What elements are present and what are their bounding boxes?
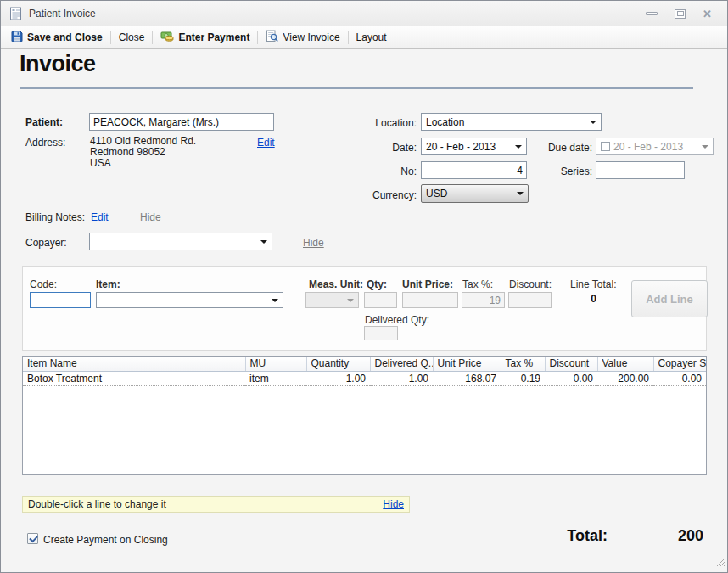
save-and-close-button[interactable]: Save and Close <box>4 28 109 47</box>
due-date-label: Due date: <box>533 142 592 154</box>
copayer-dropdown[interactable] <box>89 233 272 250</box>
patient-input[interactable] <box>89 113 274 131</box>
form-icon <box>9 7 22 20</box>
chevron-down-icon <box>347 299 354 302</box>
edit-address-link[interactable]: Edit <box>257 137 275 149</box>
location-label: Location: <box>357 117 417 129</box>
meas-unit-label: Meas. Unit: <box>309 278 363 290</box>
column-header-delivered-qty[interactable]: Delivered Q... <box>370 357 433 371</box>
cell-delivered-qty: 1.00 <box>370 371 433 385</box>
total-label: Total: <box>523 527 608 545</box>
create-payment-checkbox[interactable] <box>27 533 38 544</box>
column-header-discount[interactable]: Discount <box>545 357 597 371</box>
column-header-unit-price[interactable]: Unit Price <box>433 357 501 371</box>
resize-grip-icon[interactable] <box>716 555 725 570</box>
qty-input <box>364 292 397 308</box>
delivered-qty-input <box>364 326 398 340</box>
unit-price-label: Unit Price: <box>402 278 453 290</box>
window-title: Patient Invoice <box>29 8 96 20</box>
chevron-down-icon <box>260 240 267 244</box>
chevron-down-icon <box>517 192 524 195</box>
code-label: Code: <box>30 278 57 290</box>
location-value: Location <box>426 116 464 128</box>
cell-discount: 0.00 <box>545 371 597 385</box>
save-icon <box>11 31 23 45</box>
cell-quantity: 1.00 <box>306 371 370 385</box>
tax-input <box>462 292 505 308</box>
table-row[interactable]: Botox Treatment item 1.00 1.00 168.07 0.… <box>23 371 706 385</box>
create-payment-label: Create Payment on Closing <box>43 534 168 546</box>
close-icon: ✕ <box>703 8 712 20</box>
chevron-down-icon <box>515 145 522 149</box>
billing-notes-edit-link[interactable]: Edit <box>91 211 109 223</box>
save-and-close-label: Save and Close <box>27 31 103 43</box>
due-date-checkbox[interactable] <box>601 142 610 151</box>
enter-payment-label: Enter Payment <box>178 31 249 43</box>
toolbar: Save and Close Close Enter Payment <box>1 26 727 49</box>
column-header-tax[interactable]: Tax % <box>501 357 545 371</box>
code-input[interactable] <box>30 292 91 308</box>
line-total-value: 0 <box>570 293 617 305</box>
minimize-icon <box>646 12 658 15</box>
column-header-quantity[interactable]: Quantity <box>306 357 370 371</box>
column-header-item-name[interactable]: Item Name <box>23 357 245 371</box>
chevron-down-icon <box>590 121 596 124</box>
discount-label: Discount: <box>509 278 552 290</box>
hint-bar: Double-click a line to change it Hide <box>22 496 410 513</box>
toolbar-separator <box>257 31 258 44</box>
address-label: Address: <box>25 137 65 149</box>
discount-input <box>508 292 552 308</box>
total-value: 200 <box>620 527 703 545</box>
close-button[interactable]: ✕ <box>703 8 712 20</box>
delivered-qty-label: Delivered Qty: <box>365 314 429 326</box>
cell-tax: 0.19 <box>501 371 545 385</box>
address-text: 4110 Old Redmond Rd. Redmond 98052 USA <box>90 136 196 169</box>
hint-hide-link[interactable]: Hide <box>383 498 404 510</box>
currency-value: USD <box>426 188 447 199</box>
toolbar-separator <box>110 31 111 44</box>
date-value: 20 - Feb - 2013 <box>426 141 496 153</box>
enter-payment-button[interactable]: Enter Payment <box>154 28 256 47</box>
cell-copayer-share: 0.00 <box>653 371 706 385</box>
cell-mu: item <box>245 371 306 385</box>
items-table: Item Name MU Quantity Delivered Q... Uni… <box>22 356 707 475</box>
column-header-copayer-share[interactable]: Copayer S... <box>653 357 706 371</box>
chevron-down-icon <box>272 299 278 302</box>
view-invoice-label: View Invoice <box>283 31 339 43</box>
due-date-picker[interactable]: 20 - Feb - 2013 <box>596 138 714 155</box>
view-invoice-button[interactable]: View Invoice <box>259 28 346 47</box>
toolbar-separator <box>348 31 349 44</box>
cell-unit-price: 168.07 <box>433 371 501 385</box>
payment-icon <box>160 31 174 45</box>
copayer-label: Copayer: <box>25 237 67 249</box>
table-header-row: Item Name MU Quantity Delivered Q... Uni… <box>23 357 706 371</box>
date-dropdown[interactable]: 20 - Feb - 2013 <box>421 138 527 155</box>
series-label: Series: <box>533 166 592 177</box>
qty-label: Qty: <box>367 278 387 290</box>
location-dropdown[interactable]: Location <box>421 113 602 131</box>
hint-text: Double-click a line to change it <box>28 498 166 510</box>
invoice-number-input[interactable] <box>421 161 527 179</box>
billing-notes-hide-link[interactable]: Hide <box>140 211 161 223</box>
chevron-down-icon <box>702 145 708 149</box>
line-total-label: Line Total: <box>570 278 617 290</box>
close-button-toolbar[interactable]: Close <box>112 28 152 47</box>
header-divider <box>20 87 693 89</box>
layout-button[interactable]: Layout <box>350 28 394 47</box>
line-entry-panel: Code: Item: Meas. Unit: Qty: Unit Price:… <box>22 266 707 351</box>
due-date-value: 20 - Feb - 2013 <box>613 141 683 153</box>
toolbar-separator <box>152 31 153 44</box>
column-header-value[interactable]: Value <box>597 357 653 371</box>
maximize-icon <box>675 9 686 19</box>
column-header-mu[interactable]: MU <box>245 357 306 371</box>
item-dropdown[interactable] <box>96 292 283 308</box>
series-input[interactable] <box>596 161 685 179</box>
currency-dropdown[interactable]: USD <box>421 184 529 203</box>
minimize-button[interactable] <box>646 12 658 15</box>
page-title: Invoice <box>20 51 96 77</box>
maximize-button[interactable] <box>675 9 686 19</box>
copayer-hide-link[interactable]: Hide <box>303 237 324 249</box>
add-line-button: Add Line <box>631 280 708 317</box>
billing-notes-label: Billing Notes: <box>25 211 85 223</box>
cell-item-name: Botox Treatment <box>23 371 245 385</box>
